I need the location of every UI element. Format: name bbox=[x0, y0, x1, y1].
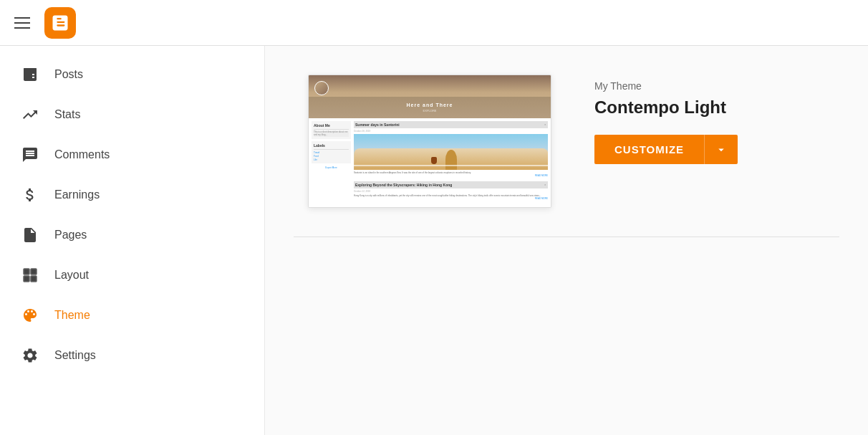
sidebar-section-labels: Labels Travel Food Life bbox=[312, 141, 351, 163]
blog-header-overlay: Here and There EXPLORE bbox=[309, 97, 551, 118]
blog-preview: Here and There EXPLORE About Me bbox=[309, 75, 551, 207]
post2-readmore: READ MORE bbox=[354, 197, 548, 200]
earnings-icon bbox=[20, 185, 40, 205]
blog-body: About Me This is a short description abo… bbox=[309, 118, 551, 207]
sidebar: Posts Stats Comments bbox=[0, 46, 265, 435]
content-area: Here and There EXPLORE About Me bbox=[265, 46, 868, 435]
pages-label: Pages bbox=[54, 229, 87, 242]
my-theme-label: My Theme bbox=[594, 80, 825, 92]
sidebar-item-settings[interactable]: Settings bbox=[0, 335, 264, 376]
sidebar-item-stats[interactable]: Stats bbox=[0, 95, 264, 135]
sidebar-item-pages[interactable]: Pages bbox=[0, 215, 264, 255]
sidebar-item-theme[interactable]: Theme bbox=[0, 295, 264, 335]
theme-info: My Theme Contempo Light CUSTOMIZE bbox=[594, 75, 825, 164]
pages-icon bbox=[20, 225, 40, 245]
theme-name: Contempo Light bbox=[594, 97, 825, 118]
main-area: Posts Stats Comments bbox=[0, 46, 868, 435]
layout-label: Layout bbox=[54, 269, 89, 282]
sidebar-item-posts[interactable]: Posts bbox=[0, 54, 264, 95]
blog-post-2: Exploring Beyond the Skyscrapers: Hiking… bbox=[354, 181, 548, 200]
post1-controls: ✕ bbox=[544, 123, 546, 126]
sidebar-item-comments[interactable]: Comments bbox=[0, 135, 264, 175]
settings-icon bbox=[20, 345, 40, 365]
post2-controls: ✕ bbox=[544, 183, 546, 186]
stats-icon bbox=[20, 105, 40, 125]
theme-label: Theme bbox=[54, 309, 90, 322]
comments-icon bbox=[20, 145, 40, 165]
layout-icon bbox=[20, 265, 40, 285]
blog-title: Here and There bbox=[407, 102, 453, 107]
comments-label: Comments bbox=[54, 148, 110, 161]
post1-date: October 28, 2019 bbox=[354, 130, 548, 133]
sidebar-item-earnings[interactable]: Earnings bbox=[0, 175, 264, 215]
blog-subtitle: EXPLORE bbox=[423, 109, 437, 113]
post2-header: Exploring Beyond the Skyscrapers: Hiking… bbox=[354, 181, 548, 188]
customize-button-group: CUSTOMIZE bbox=[594, 135, 825, 164]
chevron-down-icon bbox=[715, 143, 728, 156]
post2-text: Hong Kong is a city with millions of inh… bbox=[354, 194, 548, 197]
post2-title: Exploring Beyond the Skyscrapers: Hiking… bbox=[355, 183, 452, 187]
blog-sidebar-mini: About Me This is a short description abo… bbox=[312, 121, 351, 204]
post1-image bbox=[354, 134, 548, 170]
posts-label: Posts bbox=[54, 68, 83, 81]
top-bar bbox=[0, 0, 868, 46]
settings-label: Settings bbox=[54, 349, 96, 362]
post1-readmore: READ MORE bbox=[354, 174, 548, 177]
blog-header: Here and There EXPLORE bbox=[309, 75, 551, 118]
blog-post-1: Summer days in Santorini ✕ October 28, 2… bbox=[354, 121, 548, 177]
customize-dropdown-button[interactable] bbox=[704, 135, 738, 164]
sidebar-item-layout[interactable]: Layout bbox=[0, 255, 264, 295]
theme-preview: Here and There EXPLORE About Me bbox=[308, 75, 551, 208]
post2-date: October 12, 2018 bbox=[354, 190, 548, 193]
theme-icon bbox=[20, 305, 40, 325]
blog-avatar bbox=[314, 81, 329, 95]
blogger-logo bbox=[44, 7, 76, 39]
earnings-label: Earnings bbox=[54, 188, 100, 201]
blog-main-mini: Summer days in Santorini ✕ October 28, 2… bbox=[354, 121, 548, 204]
theme-section: Here and There EXPLORE About Me bbox=[265, 46, 868, 236]
stats-label: Stats bbox=[54, 108, 80, 121]
customize-button[interactable]: CUSTOMIZE bbox=[594, 135, 704, 164]
post1-title: Summer days in Santorini bbox=[355, 123, 400, 127]
post1-header: Summer days in Santorini ✕ bbox=[354, 121, 548, 128]
content-divider bbox=[294, 236, 839, 237]
sidebar-section-about: About Me This is a short description abo… bbox=[312, 121, 351, 139]
menu-button[interactable] bbox=[11, 14, 33, 32]
export-link: Export More bbox=[312, 166, 351, 169]
posts-icon bbox=[20, 64, 40, 85]
